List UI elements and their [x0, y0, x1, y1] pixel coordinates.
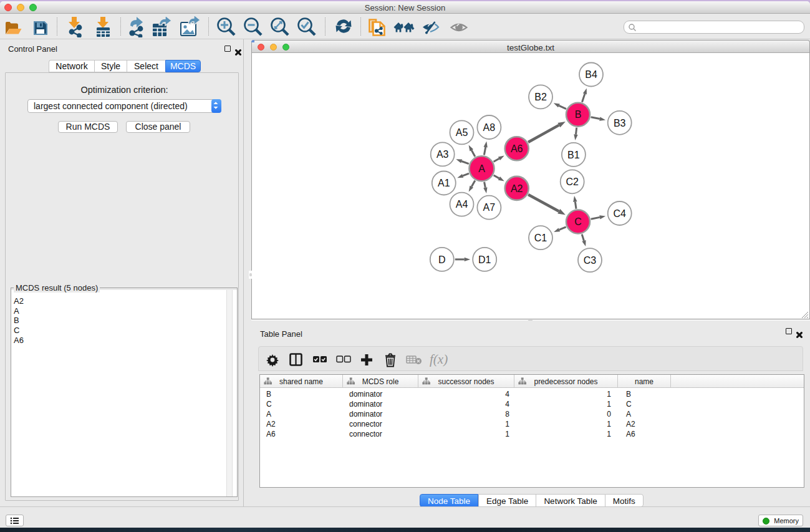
svg-text:B1: B1 — [567, 150, 580, 160]
svg-text:C2: C2 — [566, 177, 579, 187]
svg-text:D1: D1 — [478, 254, 491, 265]
svg-text:A5: A5 — [456, 127, 468, 138]
svg-text:D: D — [438, 254, 446, 265]
svg-text:B: B — [575, 109, 582, 120]
svg-text:C1: C1 — [534, 233, 547, 243]
svg-text:B2: B2 — [534, 92, 547, 102]
svg-text:A7: A7 — [483, 202, 496, 213]
svg-text:B4: B4 — [585, 69, 597, 80]
svg-text:A1: A1 — [438, 178, 450, 188]
svg-text:A8: A8 — [483, 122, 496, 133]
svg-text:C3: C3 — [584, 255, 597, 266]
svg-text:A: A — [478, 163, 485, 174]
svg-text:A3: A3 — [436, 149, 449, 160]
svg-text:A4: A4 — [456, 199, 468, 210]
svg-text:C4: C4 — [613, 208, 626, 219]
svg-text:C: C — [574, 216, 582, 227]
svg-text:A6: A6 — [511, 143, 523, 154]
svg-text:B3: B3 — [614, 118, 626, 128]
svg-text:A2: A2 — [511, 183, 523, 194]
